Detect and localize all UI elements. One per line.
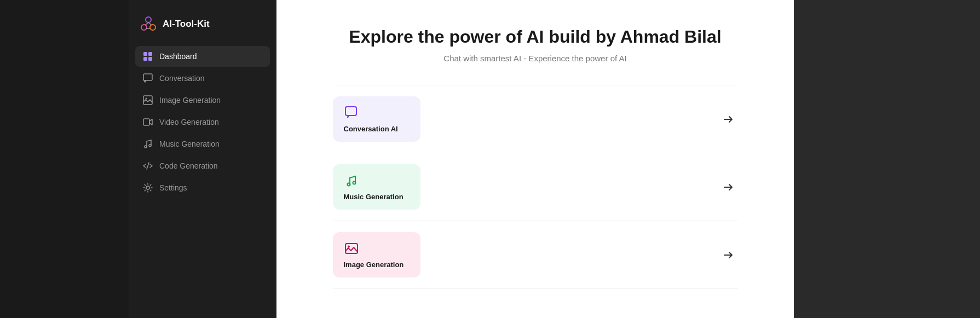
sidebar-item-settings[interactable]: Settings bbox=[135, 177, 270, 198]
tool-card-image: Image Generation bbox=[333, 232, 420, 277]
svg-rect-9 bbox=[148, 57, 152, 61]
sidebar-item-conversation-label: Conversation bbox=[159, 74, 205, 83]
conversation-icon bbox=[143, 73, 153, 83]
main-content: Explore the power of AI build by Ahmad B… bbox=[276, 0, 794, 318]
logo-icon bbox=[140, 15, 157, 33]
svg-point-21 bbox=[348, 246, 350, 248]
svg-rect-6 bbox=[143, 52, 147, 56]
tool-row-conversation[interactable]: Conversation AI bbox=[333, 85, 738, 153]
tool-label-music: Music Generation bbox=[344, 193, 403, 201]
svg-point-2 bbox=[150, 25, 155, 30]
left-background bbox=[0, 0, 129, 318]
svg-point-1 bbox=[141, 25, 147, 30]
sidebar-item-dashboard-label: Dashboard bbox=[159, 52, 197, 61]
svg-point-14 bbox=[145, 146, 147, 148]
tool-card-music: Music Generation bbox=[333, 164, 420, 210]
right-background bbox=[794, 0, 980, 318]
tool-row-image[interactable]: Image Generation bbox=[333, 221, 738, 289]
svg-line-4 bbox=[148, 22, 152, 25]
tool-label-image: Image Generation bbox=[344, 261, 404, 269]
sidebar-navigation: Dashboard Conversation Ima bbox=[129, 46, 276, 198]
sidebar-item-video-generation[interactable]: Video Generation bbox=[135, 112, 270, 132]
video-generation-icon bbox=[143, 117, 153, 127]
conversation-ai-icon bbox=[344, 105, 359, 120]
tools-list: Conversation AI Music Generation bbox=[333, 85, 738, 289]
svg-point-16 bbox=[146, 186, 149, 189]
image-generation-icon bbox=[143, 95, 153, 105]
page-title: Explore the power of AI build by Ahmad B… bbox=[349, 26, 721, 47]
image-ai-icon bbox=[344, 241, 359, 256]
svg-point-0 bbox=[146, 17, 151, 22]
tool-card-conversation: Conversation AI bbox=[333, 96, 420, 142]
svg-point-12 bbox=[146, 98, 147, 100]
svg-rect-7 bbox=[148, 52, 152, 56]
app-name: AI-Tool-Kit bbox=[163, 19, 210, 30]
music-arrow-button[interactable] bbox=[718, 177, 738, 197]
svg-point-19 bbox=[353, 182, 355, 184]
svg-rect-13 bbox=[143, 119, 149, 125]
tool-label-conversation: Conversation AI bbox=[344, 125, 398, 133]
sidebar-item-image-generation[interactable]: Image Generation bbox=[135, 90, 270, 111]
dashboard-icon bbox=[143, 51, 153, 61]
music-generation-icon bbox=[143, 139, 153, 149]
page-subtitle: Chat with smartest AI - Experience the p… bbox=[443, 54, 626, 63]
svg-line-3 bbox=[145, 22, 148, 25]
svg-point-15 bbox=[149, 144, 151, 147]
sidebar-item-dashboard[interactable]: Dashboard bbox=[135, 46, 270, 67]
svg-rect-10 bbox=[143, 74, 152, 80]
sidebar-item-code-generation-label: Code Generation bbox=[159, 161, 218, 170]
sidebar-item-conversation[interactable]: Conversation bbox=[135, 68, 270, 89]
sidebar-item-settings-label: Settings bbox=[159, 183, 187, 192]
tool-row-music[interactable]: Music Generation bbox=[333, 153, 738, 221]
settings-icon bbox=[143, 183, 153, 193]
svg-rect-8 bbox=[143, 57, 147, 61]
music-ai-icon bbox=[344, 173, 359, 188]
sidebar: AI-Tool-Kit Dashboard bbox=[129, 0, 276, 318]
sidebar-item-video-generation-label: Video Generation bbox=[159, 118, 219, 126]
sidebar-item-music-generation[interactable]: Music Generation bbox=[135, 134, 270, 154]
sidebar-item-image-generation-label: Image Generation bbox=[159, 96, 221, 105]
sidebar-item-music-generation-label: Music Generation bbox=[159, 140, 220, 148]
conversation-arrow-button[interactable] bbox=[718, 109, 738, 129]
svg-point-18 bbox=[347, 183, 350, 186]
image-arrow-button[interactable] bbox=[718, 245, 738, 265]
app-logo: AI-Tool-Kit bbox=[129, 11, 276, 46]
sidebar-item-code-generation[interactable]: Code Generation bbox=[135, 155, 270, 176]
code-generation-icon bbox=[143, 161, 153, 171]
svg-rect-17 bbox=[345, 107, 356, 115]
